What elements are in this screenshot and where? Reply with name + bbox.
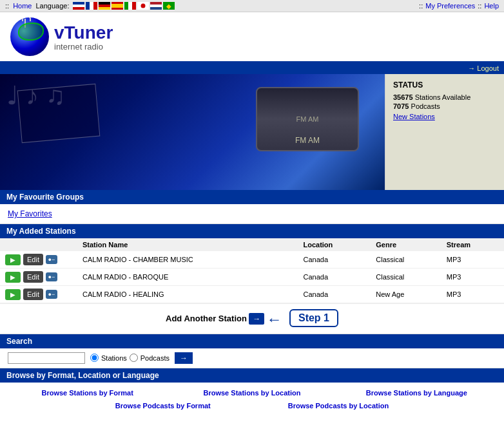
edit-button[interactable]: Edit: [23, 289, 43, 300]
btn-group: ▶ Edit ●−: [5, 289, 72, 300]
status-title: STATUS: [393, 80, 496, 90]
nav-separator: ::: [5, 2, 9, 10]
new-stations-link[interactable]: New Stations: [393, 113, 496, 120]
table-row: ▶ Edit ●− CALM RADIO - CHAMBER MUSIC Can…: [0, 251, 504, 269]
logo-text: vTuner internet radio: [54, 23, 113, 52]
stations-table: Station Name Location Genre Stream ▶ Edi…: [0, 238, 504, 303]
flag-nl[interactable]: [150, 2, 162, 10]
search-input[interactable]: [8, 352, 85, 364]
browse-stations-location[interactable]: Browse Stations by Location: [172, 389, 331, 397]
browse-grid-row2: Browse Podcasts by Format Browse Podcast…: [8, 399, 496, 412]
podcasts-radio-label: Podcasts: [141, 354, 170, 362]
station-name-cell: CALM RADIO - HEALING: [77, 286, 298, 303]
flag-de[interactable]: [99, 2, 110, 10]
stations-area: Station Name Location Genre Stream ▶ Edi…: [0, 238, 504, 334]
favourite-groups-header: My Favourite Groups: [0, 190, 504, 204]
add-station-label: Add Another Station: [166, 314, 247, 323]
logo-brand: vTuner: [54, 23, 113, 43]
row-actions: ▶ Edit ●−: [0, 251, 77, 269]
search-type-group: Stations Podcasts: [90, 354, 170, 362]
btn-group: ▶ Edit ●−: [5, 271, 72, 283]
genre-cell: Classical: [371, 251, 441, 269]
btn-group: ▶ Edit ●−: [5, 254, 72, 265]
col-genre: Genre: [371, 238, 441, 251]
station-name-cell: CALM RADIO - BAROQUE: [77, 269, 298, 286]
blue-arrow-icon: ←: [267, 310, 282, 328]
play-button[interactable]: ▶: [5, 289, 21, 300]
flag-it[interactable]: [124, 2, 136, 10]
browse-section: Browse Stations by Format Browse Station…: [0, 383, 504, 416]
my-favorites-link[interactable]: My Favorites: [8, 209, 52, 218]
logo-subtitle: internet radio: [54, 42, 113, 52]
stations-header-row: Station Name Location Genre Stream: [0, 238, 504, 251]
stream-cell: MP3: [441, 251, 504, 269]
browse-grid-row1: Browse Stations by Format Browse Station…: [8, 386, 496, 399]
col-station-name: Station Name: [77, 238, 298, 251]
table-row: ▶ Edit ●− CALM RADIO - HEALING Canada Ne…: [0, 286, 504, 303]
nav-separator2: ::: [478, 2, 481, 10]
flag-jp[interactable]: [137, 2, 149, 10]
flag-es[interactable]: [111, 2, 123, 10]
search-area: Stations Podcasts →: [0, 348, 504, 368]
remove-icon[interactable]: ●−: [46, 290, 57, 299]
banner-status: STATUS 35675 Stations Available 7075 Pod…: [385, 74, 504, 190]
add-station-row: Add Another Station → ← Step 1: [0, 303, 504, 334]
location-cell: Canada: [298, 251, 371, 269]
logout-bar: → Logout: [0, 62, 504, 74]
flag-fr[interactable]: [86, 2, 97, 10]
nav-separator-right: ::: [419, 2, 423, 10]
podcasts-radio[interactable]: [130, 354, 138, 362]
browse-header: Browse by Format, Location or Language: [0, 368, 504, 383]
play-icon: ▶: [10, 274, 15, 281]
location-cell: Canada: [298, 269, 371, 286]
language-label: Language:: [35, 2, 69, 10]
col-stream: Stream: [441, 238, 504, 251]
col-actions: [0, 238, 77, 251]
added-stations-header: My Added Stations: [0, 224, 504, 238]
search-header: Search: [0, 334, 504, 348]
logo-antenna: [24, 19, 26, 28]
step-badge: Step 1: [289, 309, 338, 327]
stations-radio[interactable]: [90, 354, 99, 362]
remove-icon[interactable]: ●−: [46, 255, 57, 264]
remove-icon[interactable]: ●−: [46, 272, 57, 281]
search-go-button[interactable]: →: [175, 352, 193, 364]
browse-podcasts-location[interactable]: Browse Podcasts by Location: [288, 402, 389, 410]
flag-br[interactable]: [163, 2, 175, 10]
play-button[interactable]: ▶: [5, 254, 21, 265]
play-icon: ▶: [10, 256, 15, 263]
stream-cell: MP3: [441, 269, 504, 286]
play-button[interactable]: ▶: [5, 272, 21, 283]
stream-cell: MP3: [441, 286, 504, 303]
home-link[interactable]: Home: [13, 2, 32, 10]
logout-link[interactable]: → Logout: [468, 64, 499, 72]
row-actions: ▶ Edit ●−: [0, 269, 77, 286]
browse-stations-format[interactable]: Browse Stations by Format: [8, 389, 167, 397]
banner-area: FM AM STATUS 35675 Stations Available 70…: [0, 74, 504, 190]
banner-radio: FM AM: [256, 87, 359, 151]
edit-button[interactable]: Edit: [23, 271, 43, 283]
language-flags: [73, 2, 175, 10]
logo-globe: [10, 17, 49, 56]
genre-cell: Classical: [371, 269, 441, 286]
add-station-arrow[interactable]: →: [249, 313, 264, 325]
header-logo: vTuner internet radio: [0, 12, 504, 62]
genre-cell: New Age: [371, 286, 441, 303]
podcasts-count: 7075 Podcasts: [393, 102, 496, 110]
stations-radio-label: Stations: [101, 354, 127, 362]
top-nav-right: :: My Preferences :: Help: [419, 2, 499, 10]
browse-podcasts-format[interactable]: Browse Podcasts by Format: [115, 402, 211, 410]
station-name-cell: CALM RADIO - CHAMBER MUSIC: [77, 251, 298, 269]
row-actions: ▶ Edit ●−: [0, 286, 77, 303]
flag-uk[interactable]: [73, 2, 84, 10]
browse-stations-language[interactable]: Browse Stations by Language: [337, 389, 496, 397]
preferences-link[interactable]: My Preferences: [425, 2, 475, 10]
edit-button[interactable]: Edit: [23, 254, 43, 265]
top-nav-left: :: Home Language:: [5, 2, 175, 10]
banner-image: FM AM: [0, 74, 385, 190]
table-row: ▶ Edit ●− CALM RADIO - BAROQUE Canada Cl…: [0, 269, 504, 286]
help-link[interactable]: Help: [484, 2, 499, 10]
favourite-groups-content: My Favorites: [0, 204, 504, 224]
location-cell: Canada: [298, 286, 371, 303]
top-nav: :: Home Language: :: My Preferences :: H…: [0, 0, 504, 12]
